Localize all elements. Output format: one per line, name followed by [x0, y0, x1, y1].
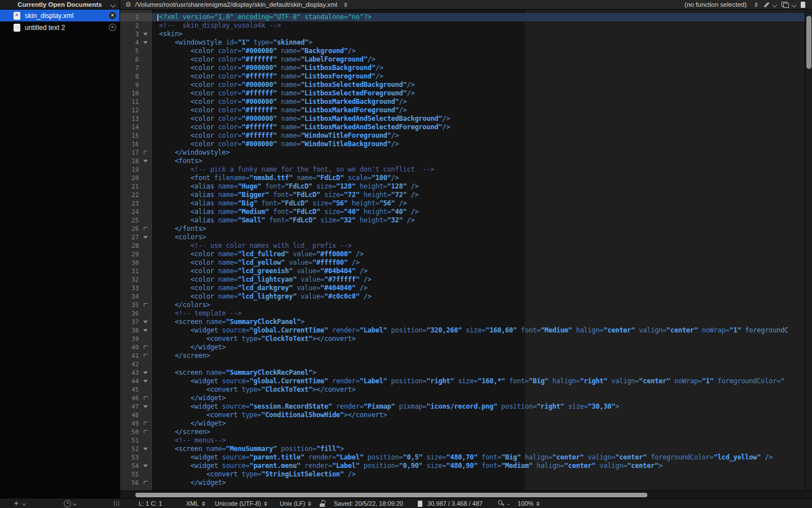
fold-marker-icon[interactable] — [142, 402, 152, 411]
vertical-scrollbar-thumb[interactable] — [806, 16, 811, 69]
sidebar-item-untitled-text-2[interactable]: untitled text 2 — [0, 21, 120, 33]
code-line[interactable]: 54 <widget source="parent.menu" render="… — [120, 462, 805, 470]
fold-marker-icon[interactable] — [142, 38, 152, 47]
code-line[interactable]: 19 <!-- pick a funky name for the font, … — [120, 165, 805, 174]
code-line[interactable]: 14 <color color="#ffffff" name="ListboxM… — [120, 123, 805, 132]
code-line[interactable]: 22 <alias name="Bigger" font="FdLcD" siz… — [120, 191, 805, 199]
code-line[interactable]: 56 </widget> — [120, 479, 805, 487]
fold-marker-icon[interactable] — [142, 419, 152, 428]
fold-marker-icon[interactable] — [142, 326, 152, 335]
line-endings-selector[interactable]: Unix (LF) — [280, 498, 311, 508]
fold-marker-icon[interactable] — [142, 394, 152, 402]
zoom-selector[interactable]: 100% — [518, 498, 540, 508]
code-line[interactable]: 31 <color name="lcd_greenish" value="#04… — [120, 267, 805, 275]
fold-marker-icon[interactable] — [142, 343, 152, 352]
code-line[interactable]: 9 <color color="#000000" name="ListboxSe… — [120, 81, 805, 89]
code-line[interactable]: 16 <color color="#000000" name="WindowTi… — [120, 140, 805, 148]
code-line[interactable]: 42 — [120, 360, 805, 369]
language-selector[interactable]: XML — [186, 498, 205, 508]
code-line[interactable]: 7 <color color="#000000" name="ListboxBa… — [120, 64, 805, 72]
code-line[interactable]: 26 </fonts> — [120, 225, 805, 233]
code-line[interactable]: 36 <!-- template --> — [120, 309, 805, 318]
code-line[interactable]: 39 <convert type="ClockToText"></convert… — [120, 335, 805, 343]
line-column-indicator[interactable]: L: 1 C: 1 — [139, 498, 162, 508]
encoding-selector[interactable]: Unicode (UTF-8) — [215, 498, 267, 508]
code-line[interactable]: 40 </widget> — [120, 343, 805, 352]
code-line[interactable]: 15 <color color="#ffffff" name="WindowTi… — [120, 132, 805, 140]
resize-grip[interactable] — [114, 498, 119, 508]
layout-panes-icon[interactable] — [782, 2, 789, 8]
fold-marker-icon[interactable] — [142, 301, 152, 309]
fold-marker-icon[interactable] — [142, 157, 152, 165]
code-line[interactable]: 13 <color color="#000000" name="ListboxM… — [120, 115, 805, 123]
history-button[interactable] — [64, 498, 76, 508]
horizontal-scrollbar[interactable] — [120, 491, 812, 498]
lock-indicator[interactable] — [320, 498, 325, 508]
file-path[interactable]: /Volumes/root/usr/share/enigma2/display/… — [135, 1, 337, 8]
code-line[interactable]: 46 </widget> — [120, 394, 805, 402]
function-selector[interactable]: (no function selected) — [685, 1, 747, 8]
fold-marker-icon[interactable] — [142, 462, 152, 470]
code-line[interactable]: 8 <color color="#ffffff" name="ListboxFo… — [120, 72, 805, 81]
code-line[interactable]: 52 <screen name="MenuSummary" position="… — [120, 445, 805, 453]
fold-marker-icon[interactable] — [142, 352, 152, 360]
code-line[interactable]: 55 <convert type="StringListSelection" /… — [120, 470, 805, 479]
horizontal-scrollbar-thumb[interactable] — [135, 493, 647, 497]
pencil-icon[interactable] — [763, 1, 770, 8]
code-line[interactable]: 37 <screen name="SummaryClockPanel"> — [120, 318, 805, 326]
fold-marker-icon[interactable] — [142, 233, 152, 242]
document-icon[interactable] — [801, 2, 805, 8]
code-line[interactable]: 5 <color color="#000000" name="Backgroun… — [120, 47, 805, 55]
code-line[interactable]: 38 <widget source="global.CurrentTime" r… — [120, 326, 805, 335]
fold-marker-icon[interactable] — [142, 318, 152, 326]
code-line[interactable]: 48 <convert type="ConditionalShowHide"><… — [120, 411, 805, 419]
code-line[interactable]: 49 </widget> — [120, 419, 805, 428]
code-line[interactable]: 25 <alias name="Small" font="FdLcD" size… — [120, 216, 805, 225]
fold-marker-icon[interactable] — [142, 30, 152, 38]
code-line[interactable]: 45 <convert type="ClockToText"></convert… — [120, 386, 805, 394]
code-line[interactable]: 27 <colors> — [120, 233, 805, 242]
code-editor[interactable]: 1<?xml version="1.0" encoding="UTF-8" st… — [120, 10, 805, 491]
code-line[interactable]: 12 <color color="#ffffff" name="ListboxM… — [120, 106, 805, 115]
close-icon[interactable] — [109, 12, 116, 19]
gear-icon[interactable]: ⚙ — [125, 1, 131, 8]
code-line[interactable]: 34 <color name="lcd_lightgrey" value="#c… — [120, 292, 805, 301]
code-line[interactable]: 1<?xml version="1.0" encoding="UTF-8" st… — [120, 13, 805, 21]
code-line[interactable]: 17 </windowstyle> — [120, 148, 805, 157]
popup-arrows-icon[interactable] — [754, 2, 758, 7]
fold-marker-icon[interactable] — [142, 225, 152, 233]
code-line[interactable]: 50 </screen> — [120, 428, 805, 436]
fold-marker-icon[interactable] — [142, 445, 152, 453]
fold-marker-icon[interactable] — [142, 369, 152, 377]
fold-marker-icon[interactable] — [142, 428, 152, 436]
vertical-scrollbar[interactable] — [805, 10, 812, 491]
code-line[interactable]: 21 <alias name="Huge" font="FdLcD" size=… — [120, 182, 805, 191]
code-line[interactable]: 53 <widget source="parent.title" render=… — [120, 453, 805, 462]
code-line[interactable]: 3<skin> — [120, 30, 805, 38]
add-document-button[interactable]: + — [14, 498, 25, 508]
code-line[interactable]: 29 <color name="lcd_fullred" value="#ff0… — [120, 250, 805, 259]
popup-arrows-icon[interactable] — [344, 2, 347, 7]
chevron-down-icon[interactable] — [792, 3, 796, 7]
code-line[interactable]: 43 <screen name="SummaryClockRecPanel"> — [120, 369, 805, 377]
code-line[interactable]: 20 <font filename="nmsbd.ttf" name="FdLc… — [120, 174, 805, 182]
code-line[interactable]: 23 <alias name="Big" font="FdLcD" size="… — [120, 199, 805, 208]
chevron-down-icon[interactable] — [111, 2, 116, 8]
code-line[interactable]: 32 <color name="lcd_lightcyan" value="#7… — [120, 275, 805, 284]
symbol-search[interactable] — [498, 498, 505, 508]
code-line[interactable]: 2<!-- skin_display_vusolo4k --> — [120, 21, 805, 30]
code-line[interactable]: 30 <color name="lcd_yellow" value="#ffff… — [120, 259, 805, 267]
close-icon[interactable] — [109, 24, 116, 31]
code-line[interactable]: 33 <color name="lcd_darkgrey" value="#40… — [120, 284, 805, 292]
code-line[interactable]: 4 <windowstyle id="1" type="skinned"> — [120, 38, 805, 47]
code-line[interactable]: 24 <alias name="Medium" font="FdLcD" siz… — [120, 208, 805, 216]
fold-marker-icon[interactable] — [142, 479, 152, 487]
code-line[interactable]: 11 <color color="#000000" name="ListboxM… — [120, 98, 805, 106]
code-line[interactable]: 10 <color color="#ffffff" name="ListboxS… — [120, 89, 805, 98]
code-line[interactable]: 18 <fonts> — [120, 157, 805, 165]
sidebar-header[interactable]: Currently Open Documents — [0, 0, 120, 9]
current-symbol[interactable]: - — [508, 498, 510, 508]
code-line[interactable]: 6 <color color="#ffffff" name="LabelFore… — [120, 55, 805, 64]
chevron-down-icon[interactable] — [773, 3, 777, 7]
sidebar-item-skin-display-xml[interactable]: skin_display.xml — [0, 10, 120, 21]
